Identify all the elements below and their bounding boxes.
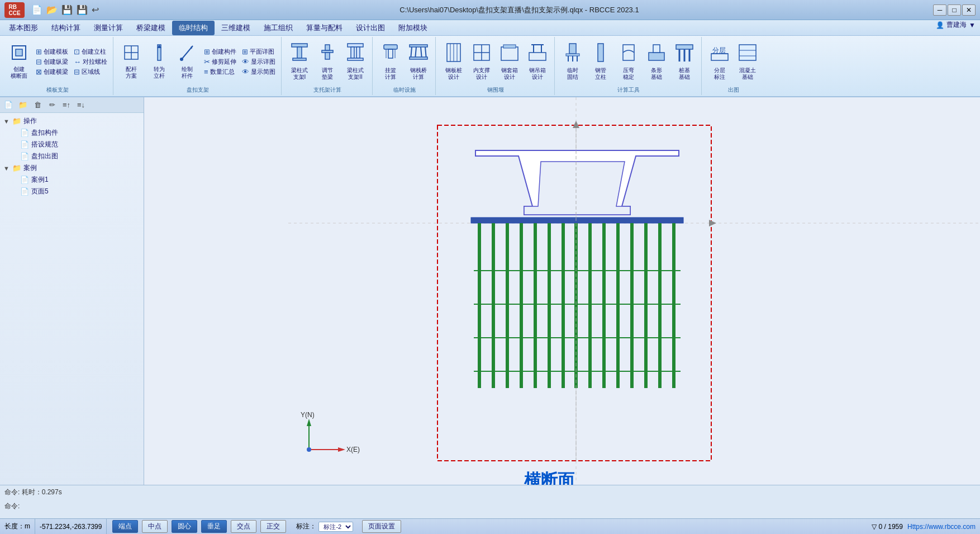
restore-button[interactable]: □ [948,4,961,16]
panel-delete-btn[interactable]: 🗑 [31,100,44,111]
ribbon-btn-create-section-label: 创建横断面 [11,66,27,79]
ribbon-btn-strip-foundation[interactable]: 条形基础 [643,41,670,82]
ribbon-btn-layer-mark[interactable]: 分层 分层标注 [706,41,733,82]
save-icon[interactable]: 💾 [60,3,74,16]
snap-endpoint-btn[interactable]: 端点 [112,520,138,533]
minimize-button[interactable]: ─ [933,4,946,16]
ribbon-btn-concrete-found[interactable]: 混凝土基础 [734,41,761,82]
ribbon-btn-compress-bend[interactable]: 压弯稳定 [615,41,642,82]
panel-edit-btn[interactable]: ✏ [46,100,58,111]
close-button[interactable]: ✕ [962,4,976,16]
menu-qiaoliang[interactable]: 桥梁建模 [130,21,172,35]
website-link[interactable]: Https://www.rbcce.com [907,523,976,531]
ribbon-btn-create-section[interactable]: 创建横断面 [6,42,32,81]
tree-node-case1[interactable]: 📄 案例1 [2,174,141,186]
ribbon-group-cofferdam-label: 钢围堰 [487,85,504,94]
mark-dropdown[interactable]: 标注-1 标注-2 标注-3 [318,522,353,532]
ribbon-btn-inner-support[interactable]: 内支撑设计 [468,41,495,82]
create-crossbeam-label: 创建横梁 [44,68,68,76]
tree-node-pankou-parts[interactable]: 📄 盘扣构件 [2,127,141,139]
ribbon-btn-steel-hanging[interactable]: 钢吊箱设计 [524,41,551,82]
menu-suanliang[interactable]: 算量与配料 [299,21,349,35]
tree-node-rules[interactable]: 📄 搭设规范 [2,139,141,150]
panel-folder-btn[interactable]: 📁 [17,100,29,111]
ribbon-btn-trim-extend[interactable]: ✂ 修剪延伸 [202,57,239,67]
ribbon-btn-sheet-pile[interactable]: 钢板桩设计 [440,41,467,82]
ribbon-group-pankou-content: 配杆方案 转为立杆 绘制杆件 ⊞ 创建构件 ✂ [118,38,278,85]
menu-fujia[interactable]: 附加模块 [392,21,434,35]
user-info[interactable]: 👤 曹建海 ▼ [936,20,976,30]
ribbon-btn-show-simple[interactable]: 👁 显示简图 [240,67,278,77]
menu-sheji[interactable]: 设计出图 [349,21,392,35]
ribbon-btn-plan-detail[interactable]: ⊞ 平面详图 [240,47,278,56]
tree-node-cases[interactable]: ▼ 📁 案例 [2,162,141,174]
page-settings-btn[interactable]: 页面设置 [362,520,401,533]
user-dropdown-icon: ▼ [969,21,976,29]
panel-sort-desc-btn[interactable]: ≡↓ [75,100,87,111]
sheet-pile-icon [446,42,462,66]
ribbon-btn-adjust-pad[interactable]: 调节垫梁 [314,41,341,82]
ribbon-btn-create-template[interactable]: ⊞ 创建模板 [34,47,70,56]
ribbon-btn-draw-member[interactable]: 绘制杆件 [174,42,201,81]
ribbon-btn-create-longbeam[interactable]: ⊟ 创建纵梁 [34,57,70,67]
tree-node-page5[interactable]: 📄 页面5 [2,186,141,197]
strip-foundation-icon [648,42,665,66]
ribbon-btn-quantity[interactable]: ≡ 数量汇总 [202,67,239,77]
menu-shigong[interactable]: 施工组织 [257,21,299,35]
ribbon-btn-pile-foundation[interactable]: 桩基基础 [671,41,698,82]
snap-intersection-btn[interactable]: 交点 [231,520,256,533]
snap-midpoint-btn[interactable]: 中点 [142,520,168,533]
ribbon-btn-steel-box[interactable]: 钢套箱设计 [496,41,523,82]
ribbon-btn-create-crossbeam[interactable]: ⊠ 创建横梁 [34,67,70,77]
ribbon-btn-trestle[interactable]: 钢栈桥计算 [405,41,432,82]
titlebar-tools: 📄 📂 💾 💾 ↩ [30,3,100,16]
ribbon-group-support: 梁柱式支架I 调节垫梁 梁柱式支架II 支托架计算 [283,37,373,95]
panel-new-btn[interactable]: 📄 [2,100,15,111]
ribbon-btn-create-column[interactable]: ⊡ 创建立柱 [72,47,110,56]
window-controls: ─ □ ✕ [933,4,976,16]
convert-pole-icon [153,44,165,65]
create-longbeam-icon: ⊟ [36,58,42,66]
undo-icon[interactable]: ↩ [91,3,100,16]
tree-node-operations[interactable]: ▼ 📁 操作 [2,115,141,127]
menu-sanwei[interactable]: 三维建模 [215,21,257,35]
menu-jiegou[interactable]: 结构计算 [45,21,87,35]
snap-center-btn[interactable]: 圆心 [172,520,197,533]
menu-celiang[interactable]: 测量计算 [87,21,130,35]
ribbon-btn-beam-col2[interactable]: 梁柱式支架II [342,41,369,82]
ribbon-btn-temp-fix[interactable]: 临时固结 [559,41,586,82]
ribbon-col-moban-2: ⊡ 创建立柱 ↔ 对拉螺栓 ⊟ 区域线 [72,47,110,77]
ribbon-btn-zone-line[interactable]: ⊟ 区域线 [72,67,110,77]
svg-rect-10 [297,47,302,58]
cmd-line1: 命令: 耗时：0.297s [4,488,976,497]
show-detail-icon: 👁 [242,58,249,66]
menu-linshi[interactable]: 临时结构 [172,21,215,35]
menu-jibentu[interactable]: 基本图形 [2,21,45,35]
steel-column-icon [594,42,607,66]
panel-sort-asc-btn[interactable]: ≡↑ [60,100,73,111]
ribbon-btn-crane[interactable]: 挂篮计算 [377,41,404,82]
ribbon-btn-bolt[interactable]: ↔ 对拉螺栓 [72,57,110,67]
inner-support-label: 内支撑设计 [473,67,490,81]
drawing-canvas[interactable]: Y(N) X(E) 横断面 [144,97,980,500]
svg-rect-55 [711,54,728,60]
ribbon-btn-steel-column[interactable]: 钢管立柱 [587,41,614,82]
svg-point-93 [307,447,311,452]
ribbon-btn-show-detail[interactable]: 👁 显示详图 [240,57,278,67]
tree-node-pankou-drawing[interactable]: 📄 盘扣出图 [2,150,141,162]
svg-rect-28 [410,57,427,59]
ribbon-group-moban-label: 模板支架 [46,85,69,94]
ribbon-btn-convert-pole[interactable]: 转为立杆 [146,42,173,81]
ribbon-btn-create-part[interactable]: ⊞ 创建构件 [202,47,239,56]
canvas-area[interactable]: Y(N) X(E) 横断面 [144,97,980,500]
new-icon[interactable]: 📄 [30,3,44,16]
ribbon-group-pankou-label: 盘扣支架 [187,85,209,94]
ribbon-group-moban: 创建横断面 ⊞ 创建模板 ⊟ 创建纵梁 ⊠ 创建横梁 ⊡ [2,37,113,95]
open-icon[interactable]: 📂 [45,3,59,16]
saveas-icon[interactable]: 💾 [75,3,89,16]
snap-orthogonal-btn[interactable]: 正交 [260,520,286,533]
cmd-line2[interactable]: 命令: [4,502,976,511]
snap-perpendicular-btn[interactable]: 垂足 [201,520,227,533]
ribbon-btn-beam-col1[interactable]: 梁柱式支架I [286,41,313,82]
ribbon-btn-peigan[interactable]: 配杆方案 [118,42,145,81]
